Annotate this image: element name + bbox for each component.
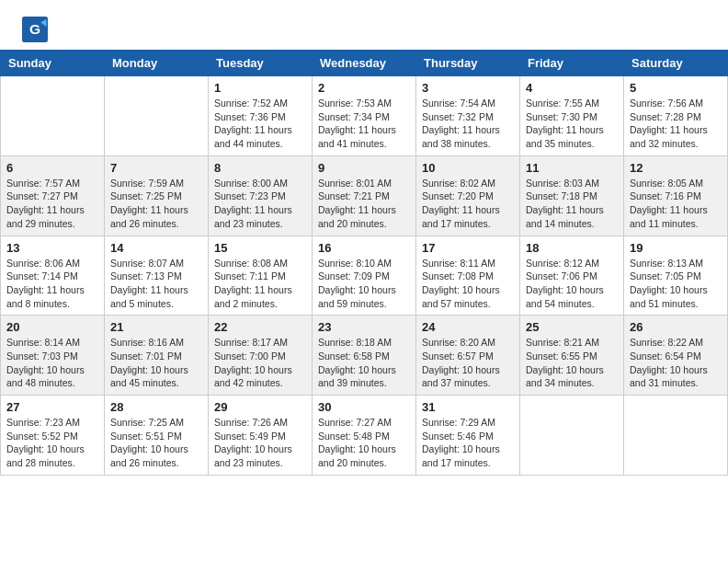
calendar-cell: 10Sunrise: 8:02 AMSunset: 7:20 PMDayligh… — [416, 155, 520, 236]
calendar-cell: 4Sunrise: 7:55 AMSunset: 7:30 PMDaylight… — [520, 76, 624, 156]
day-number: 8 — [214, 161, 306, 175]
day-number: 18 — [526, 241, 618, 255]
day-number: 21 — [110, 320, 202, 334]
day-number: 29 — [214, 400, 306, 414]
day-info: Sunrise: 8:02 AMSunset: 7:20 PMDaylight:… — [422, 177, 514, 231]
calendar-cell — [520, 396, 624, 476]
calendar-cell: 5Sunrise: 7:56 AMSunset: 7:28 PMDaylight… — [624, 76, 728, 156]
weekday-header-thursday: Thursday — [416, 51, 520, 76]
calendar-cell: 26Sunrise: 8:22 AMSunset: 6:54 PMDayligh… — [624, 316, 728, 396]
calendar-cell: 25Sunrise: 8:21 AMSunset: 6:55 PMDayligh… — [520, 316, 624, 396]
calendar-cell: 17Sunrise: 8:11 AMSunset: 7:08 PMDayligh… — [416, 236, 520, 316]
day-info: Sunrise: 8:00 AMSunset: 7:23 PMDaylight:… — [214, 177, 306, 231]
day-number: 6 — [6, 161, 98, 175]
day-info: Sunrise: 8:01 AMSunset: 7:21 PMDaylight:… — [318, 177, 410, 231]
day-number: 11 — [526, 161, 618, 175]
day-info: Sunrise: 7:53 AMSunset: 7:34 PMDaylight:… — [318, 97, 410, 151]
day-info: Sunrise: 7:52 AMSunset: 7:36 PMDaylight:… — [214, 97, 306, 151]
logo: G — [22, 17, 51, 42]
calendar-cell: 30Sunrise: 7:27 AMSunset: 5:48 PMDayligh… — [313, 396, 416, 476]
weekday-header-saturday: Saturday — [624, 51, 728, 76]
day-number: 5 — [630, 81, 722, 95]
day-number: 30 — [318, 400, 410, 414]
calendar-cell: 18Sunrise: 8:12 AMSunset: 7:06 PMDayligh… — [520, 236, 624, 316]
day-number: 25 — [526, 320, 618, 334]
day-info: Sunrise: 8:20 AMSunset: 6:57 PMDaylight:… — [422, 336, 514, 390]
calendar-cell: 15Sunrise: 8:08 AMSunset: 7:11 PMDayligh… — [209, 236, 313, 316]
calendar-cell: 6Sunrise: 7:57 AMSunset: 7:27 PMDaylight… — [1, 155, 105, 236]
calendar-cell — [624, 396, 728, 476]
calendar-cell — [105, 76, 209, 156]
calendar-cell: 19Sunrise: 8:13 AMSunset: 7:05 PMDayligh… — [624, 236, 728, 316]
weekday-header-tuesday: Tuesday — [209, 51, 313, 76]
calendar-cell: 11Sunrise: 8:03 AMSunset: 7:18 PMDayligh… — [520, 155, 624, 236]
day-info: Sunrise: 7:54 AMSunset: 7:32 PMDaylight:… — [422, 97, 514, 151]
day-info: Sunrise: 8:16 AMSunset: 7:01 PMDaylight:… — [110, 336, 202, 390]
weekday-header-row: SundayMondayTuesdayWednesdayThursdayFrid… — [1, 51, 728, 76]
calendar-week-row: 6Sunrise: 7:57 AMSunset: 7:27 PMDaylight… — [1, 155, 728, 236]
day-number: 26 — [630, 320, 722, 334]
calendar-week-row: 1Sunrise: 7:52 AMSunset: 7:36 PMDaylight… — [1, 76, 728, 156]
day-number: 13 — [6, 241, 98, 255]
day-info: Sunrise: 8:18 AMSunset: 6:58 PMDaylight:… — [318, 336, 410, 390]
calendar-cell: 22Sunrise: 8:17 AMSunset: 7:00 PMDayligh… — [209, 316, 313, 396]
day-number: 27 — [6, 400, 98, 414]
day-info: Sunrise: 8:12 AMSunset: 7:06 PMDaylight:… — [526, 257, 618, 311]
day-info: Sunrise: 8:06 AMSunset: 7:14 PMDaylight:… — [6, 257, 98, 311]
day-number: 24 — [422, 320, 514, 334]
calendar-cell — [1, 76, 105, 156]
calendar-cell: 1Sunrise: 7:52 AMSunset: 7:36 PMDaylight… — [209, 76, 313, 156]
day-info: Sunrise: 8:05 AMSunset: 7:16 PMDaylight:… — [630, 177, 722, 231]
calendar-cell: 14Sunrise: 8:07 AMSunset: 7:13 PMDayligh… — [105, 236, 209, 316]
day-number: 16 — [318, 241, 410, 255]
day-info: Sunrise: 8:10 AMSunset: 7:09 PMDaylight:… — [318, 257, 410, 311]
calendar-cell: 8Sunrise: 8:00 AMSunset: 7:23 PMDaylight… — [209, 155, 313, 236]
calendar-week-row: 20Sunrise: 8:14 AMSunset: 7:03 PMDayligh… — [1, 316, 728, 396]
calendar-cell: 9Sunrise: 8:01 AMSunset: 7:21 PMDaylight… — [313, 155, 416, 236]
day-info: Sunrise: 8:03 AMSunset: 7:18 PMDaylight:… — [526, 177, 618, 231]
day-number: 10 — [422, 161, 514, 175]
day-number: 17 — [422, 241, 514, 255]
day-info: Sunrise: 8:21 AMSunset: 6:55 PMDaylight:… — [526, 336, 618, 390]
day-info: Sunrise: 8:14 AMSunset: 7:03 PMDaylight:… — [6, 336, 98, 390]
day-number: 12 — [630, 161, 722, 175]
svg-text:G: G — [29, 21, 40, 37]
day-number: 7 — [110, 161, 202, 175]
day-info: Sunrise: 7:29 AMSunset: 5:46 PMDaylight:… — [422, 416, 514, 470]
day-number: 15 — [214, 241, 306, 255]
day-number: 19 — [630, 241, 722, 255]
weekday-header-monday: Monday — [105, 51, 209, 76]
calendar-cell: 28Sunrise: 7:25 AMSunset: 5:51 PMDayligh… — [105, 396, 209, 476]
day-info: Sunrise: 8:17 AMSunset: 7:00 PMDaylight:… — [214, 336, 306, 390]
calendar-cell: 20Sunrise: 8:14 AMSunset: 7:03 PMDayligh… — [1, 316, 105, 396]
day-number: 31 — [422, 400, 514, 414]
day-info: Sunrise: 7:57 AMSunset: 7:27 PMDaylight:… — [6, 177, 98, 231]
day-number: 14 — [110, 241, 202, 255]
page-header: G — [0, 0, 728, 50]
day-info: Sunrise: 8:08 AMSunset: 7:11 PMDaylight:… — [214, 257, 306, 311]
day-info: Sunrise: 7:59 AMSunset: 7:25 PMDaylight:… — [110, 177, 202, 231]
day-number: 2 — [318, 81, 410, 95]
day-number: 4 — [526, 81, 618, 95]
calendar-cell: 2Sunrise: 7:53 AMSunset: 7:34 PMDaylight… — [313, 76, 416, 156]
calendar-cell: 21Sunrise: 8:16 AMSunset: 7:01 PMDayligh… — [105, 316, 209, 396]
calendar-table: SundayMondayTuesdayWednesdayThursdayFrid… — [0, 50, 728, 476]
day-number: 1 — [214, 81, 306, 95]
day-info: Sunrise: 8:07 AMSunset: 7:13 PMDaylight:… — [110, 257, 202, 311]
day-info: Sunrise: 7:23 AMSunset: 5:52 PMDaylight:… — [6, 416, 98, 470]
day-info: Sunrise: 7:26 AMSunset: 5:49 PMDaylight:… — [214, 416, 306, 470]
calendar-cell: 29Sunrise: 7:26 AMSunset: 5:49 PMDayligh… — [209, 396, 313, 476]
calendar-cell: 13Sunrise: 8:06 AMSunset: 7:14 PMDayligh… — [1, 236, 105, 316]
calendar-cell: 24Sunrise: 8:20 AMSunset: 6:57 PMDayligh… — [416, 316, 520, 396]
calendar-cell: 12Sunrise: 8:05 AMSunset: 7:16 PMDayligh… — [624, 155, 728, 236]
calendar-week-row: 27Sunrise: 7:23 AMSunset: 5:52 PMDayligh… — [1, 396, 728, 476]
day-number: 28 — [110, 400, 202, 414]
calendar-week-row: 13Sunrise: 8:06 AMSunset: 7:14 PMDayligh… — [1, 236, 728, 316]
day-info: Sunrise: 8:22 AMSunset: 6:54 PMDaylight:… — [630, 336, 722, 390]
weekday-header-friday: Friday — [520, 51, 624, 76]
calendar-cell: 7Sunrise: 7:59 AMSunset: 7:25 PMDaylight… — [105, 155, 209, 236]
calendar-cell: 23Sunrise: 8:18 AMSunset: 6:58 PMDayligh… — [313, 316, 416, 396]
day-number: 22 — [214, 320, 306, 334]
day-info: Sunrise: 7:55 AMSunset: 7:30 PMDaylight:… — [526, 97, 618, 151]
day-number: 3 — [422, 81, 514, 95]
